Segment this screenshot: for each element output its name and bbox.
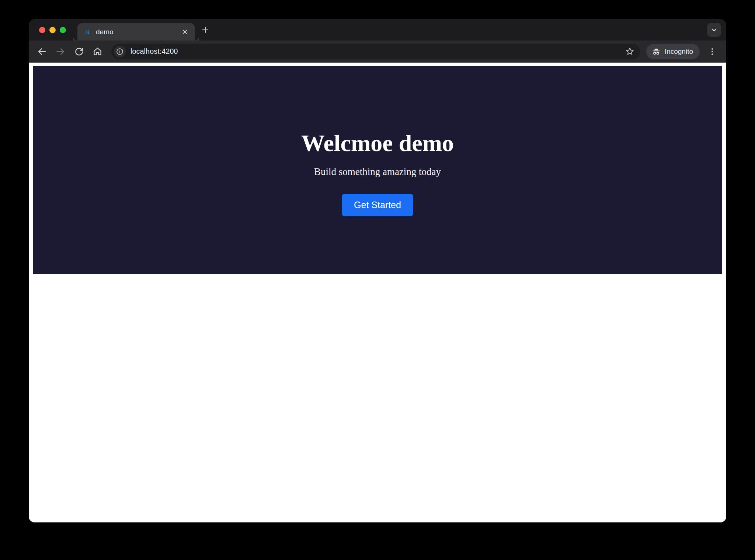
url-text[interactable]: localhost:4200	[131, 47, 623, 56]
address-bar[interactable]: localhost:4200	[111, 44, 640, 59]
window-controls	[39, 27, 66, 33]
tab-strip: N demo	[29, 19, 726, 41]
page-viewport: Welcmoe demo Build something amazing tod…	[29, 63, 726, 522]
svg-text:N: N	[85, 28, 90, 35]
minimize-window-button[interactable]	[49, 27, 56, 33]
incognito-label: Incognito	[665, 48, 693, 56]
back-button[interactable]	[34, 43, 50, 60]
browser-toolbar: localhost:4200 Incognito	[29, 41, 726, 63]
new-tab-button[interactable]	[199, 24, 212, 36]
site-info-icon[interactable]	[114, 46, 126, 57]
home-button[interactable]	[89, 43, 105, 60]
hero-section: Welcmoe demo Build something amazing tod…	[33, 66, 722, 274]
incognito-badge: Incognito	[646, 44, 700, 59]
close-window-button[interactable]	[39, 27, 45, 33]
close-tab-icon[interactable]	[180, 27, 189, 37]
reload-button[interactable]	[71, 43, 87, 60]
tab-search-chevron-button[interactable]	[707, 23, 721, 37]
browser-tab-demo[interactable]: N demo	[77, 23, 195, 41]
bookmark-star-icon[interactable]	[623, 45, 637, 58]
forward-button[interactable]	[52, 43, 69, 60]
hero-subtitle: Build something amazing today	[314, 166, 441, 178]
fullscreen-window-button[interactable]	[60, 27, 66, 33]
browser-window: N demo	[29, 19, 726, 522]
hero-title: Welcmoe demo	[301, 130, 454, 156]
tab-title: demo	[96, 28, 180, 36]
get-started-button[interactable]: Get Started	[342, 194, 413, 216]
tab-favicon-icon: N	[83, 28, 91, 36]
browser-menu-icon[interactable]	[705, 44, 720, 59]
incognito-icon	[651, 47, 661, 56]
